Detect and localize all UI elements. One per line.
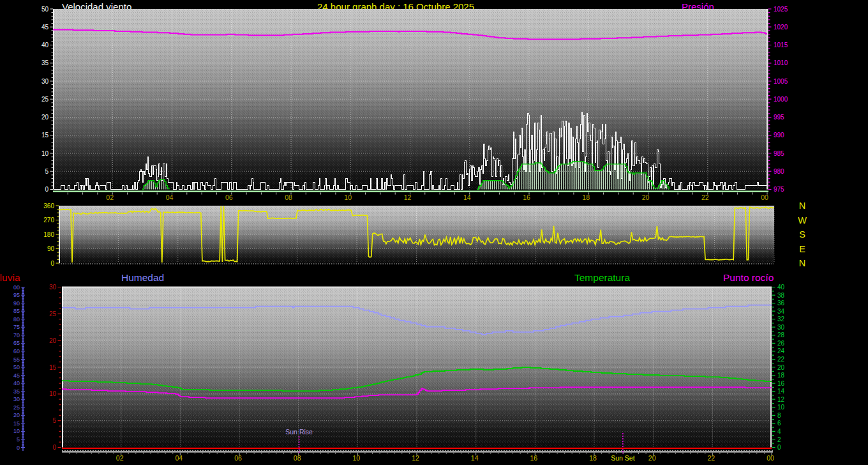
svg-text:50: 50 bbox=[13, 364, 20, 370]
svg-text:12: 12 bbox=[777, 396, 785, 403]
svg-text:0: 0 bbox=[52, 444, 56, 451]
svg-text:25: 25 bbox=[13, 404, 20, 411]
svg-text:360: 360 bbox=[43, 202, 54, 210]
svg-text:Sun Set: Sun Set bbox=[611, 454, 634, 462]
svg-text:18: 18 bbox=[589, 454, 597, 462]
svg-text:50: 50 bbox=[41, 6, 49, 13]
svg-text:975: 975 bbox=[774, 186, 784, 193]
svg-text:14: 14 bbox=[471, 454, 479, 462]
svg-text:06: 06 bbox=[234, 454, 242, 462]
svg-text:1005: 1005 bbox=[774, 78, 788, 85]
svg-text:10: 10 bbox=[352, 454, 360, 462]
svg-text:45: 45 bbox=[41, 24, 49, 31]
svg-text:02: 02 bbox=[116, 454, 124, 462]
svg-text:22: 22 bbox=[777, 356, 785, 363]
svg-text:5: 5 bbox=[52, 417, 56, 424]
svg-text:15: 15 bbox=[41, 132, 49, 139]
svg-text:10: 10 bbox=[777, 404, 785, 411]
svg-text:35: 35 bbox=[13, 388, 20, 395]
svg-text:00: 00 bbox=[13, 284, 20, 291]
svg-text:30: 30 bbox=[13, 396, 20, 402]
svg-text:40: 40 bbox=[13, 380, 20, 386]
svg-text:0: 0 bbox=[777, 444, 781, 451]
svg-text:25: 25 bbox=[49, 310, 57, 317]
svg-text:08: 08 bbox=[285, 194, 292, 201]
svg-text:10: 10 bbox=[41, 150, 49, 157]
svg-text:1010: 1010 bbox=[774, 59, 788, 66]
svg-text:85: 85 bbox=[13, 308, 20, 314]
svg-text:22: 22 bbox=[707, 454, 715, 462]
svg-text:20: 20 bbox=[642, 194, 650, 201]
svg-text:34: 34 bbox=[777, 308, 785, 315]
svg-text:5: 5 bbox=[45, 168, 49, 175]
svg-text:W: W bbox=[798, 215, 807, 225]
svg-text:32: 32 bbox=[777, 316, 785, 323]
svg-text:00: 00 bbox=[761, 194, 768, 201]
svg-text:1025: 1025 bbox=[774, 6, 788, 13]
svg-text:30: 30 bbox=[41, 78, 49, 85]
svg-text:Sun Rise: Sun Rise bbox=[285, 428, 313, 436]
svg-text:60: 60 bbox=[13, 348, 20, 354]
svg-text:20: 20 bbox=[648, 454, 656, 462]
svg-text:18: 18 bbox=[777, 372, 785, 379]
svg-text:16: 16 bbox=[523, 194, 530, 201]
svg-text:1020: 1020 bbox=[774, 24, 788, 31]
svg-text:14: 14 bbox=[777, 388, 785, 395]
svg-text:14: 14 bbox=[463, 194, 471, 201]
svg-text:02: 02 bbox=[106, 194, 114, 201]
svg-text:75: 75 bbox=[13, 324, 20, 330]
svg-text:90: 90 bbox=[47, 245, 55, 252]
svg-text:55: 55 bbox=[13, 356, 20, 363]
svg-text:270: 270 bbox=[43, 217, 54, 224]
svg-text:95: 95 bbox=[13, 292, 20, 298]
svg-text:16: 16 bbox=[530, 454, 537, 462]
svg-text:6: 6 bbox=[777, 420, 781, 427]
svg-text:12: 12 bbox=[404, 194, 412, 201]
svg-text:38: 38 bbox=[777, 292, 785, 299]
svg-text:25: 25 bbox=[41, 96, 49, 103]
svg-text:15: 15 bbox=[13, 420, 20, 427]
svg-text:1015: 1015 bbox=[774, 42, 788, 49]
svg-text:10: 10 bbox=[49, 390, 57, 397]
svg-text:1000: 1000 bbox=[774, 96, 788, 103]
svg-text:45: 45 bbox=[13, 372, 20, 379]
svg-text:15: 15 bbox=[49, 364, 57, 371]
svg-text:26: 26 bbox=[777, 340, 785, 347]
svg-text:30: 30 bbox=[777, 324, 785, 331]
svg-text:20: 20 bbox=[777, 364, 785, 371]
svg-text:S: S bbox=[799, 229, 805, 240]
svg-text:30: 30 bbox=[49, 284, 57, 291]
svg-text:10: 10 bbox=[344, 194, 352, 201]
svg-text:5: 5 bbox=[17, 436, 20, 443]
svg-text:0: 0 bbox=[45, 186, 49, 193]
svg-text:04: 04 bbox=[166, 194, 174, 201]
svg-text:65: 65 bbox=[13, 340, 20, 346]
svg-text:990: 990 bbox=[774, 132, 784, 139]
svg-text:995: 995 bbox=[774, 114, 784, 121]
svg-text:0: 0 bbox=[17, 445, 20, 451]
svg-text:10: 10 bbox=[13, 428, 20, 434]
svg-text:16: 16 bbox=[777, 380, 785, 387]
svg-text:28: 28 bbox=[777, 332, 785, 339]
svg-text:20: 20 bbox=[49, 337, 57, 344]
svg-text:E: E bbox=[799, 244, 805, 254]
svg-text:40: 40 bbox=[41, 42, 49, 49]
svg-text:Humedad: Humedad bbox=[121, 272, 164, 283]
svg-text:0: 0 bbox=[50, 260, 54, 267]
svg-text:985: 985 bbox=[774, 150, 784, 157]
svg-text:00: 00 bbox=[767, 454, 774, 462]
svg-text:N: N bbox=[799, 258, 805, 268]
svg-text:20: 20 bbox=[41, 114, 49, 121]
svg-text:90: 90 bbox=[13, 300, 20, 307]
svg-text:Temperatura: Temperatura bbox=[574, 272, 630, 283]
svg-text:180: 180 bbox=[43, 231, 54, 238]
svg-text:35: 35 bbox=[41, 59, 49, 66]
svg-text:Lluvia: Lluvia bbox=[0, 272, 20, 283]
svg-text:20: 20 bbox=[13, 412, 20, 418]
svg-text:70: 70 bbox=[13, 332, 20, 339]
svg-text:N: N bbox=[799, 201, 805, 211]
svg-text:8: 8 bbox=[777, 412, 781, 419]
svg-text:36: 36 bbox=[777, 300, 785, 307]
svg-text:80: 80 bbox=[13, 316, 20, 323]
svg-text:980: 980 bbox=[774, 168, 784, 175]
